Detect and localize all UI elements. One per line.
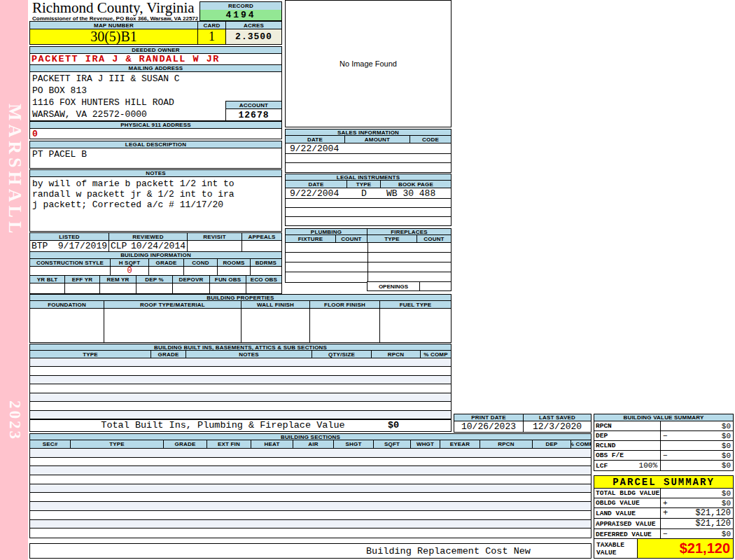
bvs-label: LCF <box>596 462 608 470</box>
fixture-header: FIXTURE <box>286 235 336 242</box>
dep-pct-header: DEP % <box>136 276 173 283</box>
bvs-value-cell: $0 <box>661 421 733 430</box>
listed-header: LISTED <box>30 233 109 240</box>
parcel-row-obldg: OBLDG VALUE +$0 <box>594 498 733 508</box>
bi-grade-header: GRADE <box>151 351 186 358</box>
bvs-row-lcf: LCF 100% $0 <box>594 461 733 470</box>
bvs-op: − <box>663 451 668 460</box>
sidebar-vendor-label: MARSHALL <box>4 104 25 237</box>
legal-description-value: PT PACEL B <box>29 148 282 169</box>
parcel-label: OBLDG VALUE <box>594 498 661 507</box>
li-date-value: 9/22/2004 <box>286 188 347 198</box>
extfin-header: EXT FIN <box>207 440 251 448</box>
construction-style-header: CONSTRUCTION STYLE <box>30 259 111 266</box>
table-row <box>286 253 451 262</box>
bs-rpcn-header: RPCN <box>480 440 533 448</box>
listed-value: BTP 9/17/2019 <box>30 241 109 251</box>
rooms-value <box>218 267 251 275</box>
print-date-value: 10/26/2023 <box>454 421 524 432</box>
legal-instruments-header-row: DATE TYPE BOOK PAGE <box>286 181 451 188</box>
reviewed-header: REVIEWED <box>109 233 188 240</box>
built-ins-header-row: TYPE GRADE NOTES QTY/SIZE RPCN % COMP <box>30 351 451 358</box>
table-row <box>286 217 451 225</box>
bs-comp-header: % COMP <box>571 440 591 448</box>
physical-address-value: 0 <box>29 128 282 139</box>
whgt-header: WHGT <box>411 440 440 448</box>
table-row <box>30 502 591 511</box>
sales-amount-value <box>345 144 410 153</box>
parcel-value-cell: $0 <box>661 489 733 498</box>
sidebar-year-label: 2023 <box>6 400 24 441</box>
building-sections-table: SEC# TYPE GRADE EXT FIN HEAT AIR SHGT SQ… <box>29 440 592 538</box>
built-ins-total-value: $0 <box>388 420 451 430</box>
parcel-value-cell: +$0 <box>661 498 733 507</box>
cond-header: COND <box>184 259 218 266</box>
parcel-value: $0 <box>722 499 731 507</box>
listed-initials: BTP <box>31 241 48 251</box>
mailing-line: PACKETT IRA J III & SUSAN C <box>32 73 281 85</box>
bs-dep-header: DEP <box>533 440 571 448</box>
bvs-row-rpcn: RPCN $0 <box>594 421 733 431</box>
bvs-value-cell: −$0 <box>661 431 733 440</box>
fuel-type-header: FUEL TYPE <box>380 301 451 308</box>
table-row <box>30 358 451 367</box>
plumbing-count-header: COUNT <box>336 235 368 242</box>
parcel-summary-header: PARCEL SUMMARY <box>594 475 734 489</box>
fireplace-count-header: COUNT <box>417 235 451 242</box>
notes-line: randall w packett jr & 1/2 int to ira <box>32 189 281 200</box>
deeded-owner-value: PACKETT IRA J & RANDALL W JR <box>29 53 282 65</box>
table-row <box>30 393 451 402</box>
bvs-row-obs: OBS F/E −$0 <box>594 451 733 461</box>
hsqft-header: H SQFT <box>111 259 149 266</box>
plumbing-fireplaces-header-row: FIXTURE COUNT TYPE COUNT <box>286 235 451 243</box>
bvs-value: $0 <box>722 422 731 430</box>
property-record-card: MARSHALL 2023 Richmond County, Virginia … <box>0 0 735 560</box>
appeals-header: APPEALS <box>242 233 281 240</box>
funobs-header: FUN OBS <box>210 276 246 283</box>
parcel-row-land: LAND VALUE +$21,120 <box>594 508 733 519</box>
acres-value: 2.3500 <box>225 29 282 45</box>
bvs-label: RCLND <box>594 441 661 450</box>
eyear-header: EYEAR <box>440 440 480 448</box>
openings-row: OPENINGS <box>367 281 451 291</box>
table-row <box>286 154 451 163</box>
bvs-value: $0 <box>722 432 731 440</box>
page-title: Richmond County, Virginia <box>32 1 199 15</box>
table-row <box>286 262 451 272</box>
hsqft-value: 0 <box>111 267 149 275</box>
table-row <box>286 199 451 208</box>
bvs-value: $0 <box>722 442 731 450</box>
table-row <box>30 402 451 411</box>
building-value-summary-table: RPCN $0 DEP −$0 RCLND $0 OBS F/E −$0 LCF… <box>594 421 734 471</box>
building-info-value-row1: 0 <box>30 267 281 276</box>
record-value: 4194 <box>200 10 282 21</box>
bdrms-value <box>251 267 281 275</box>
effyr-header: EFF YR <box>65 276 100 283</box>
table-row <box>30 384 451 393</box>
reviewed-initials: CLP <box>111 241 127 251</box>
grade-value <box>149 267 184 275</box>
parcel-value: $21,120 <box>696 519 731 528</box>
last-saved-value: 12/3/2020 <box>524 421 591 432</box>
sales-date-value: 9/22/2004 <box>286 144 345 153</box>
parcel-label: TOTAL BLDG VALUE <box>594 489 661 498</box>
building-info-value-row2 <box>30 284 281 293</box>
bvs-value: $0 <box>722 461 731 470</box>
table-row <box>30 466 591 475</box>
parcel-value-cell: $21,120 <box>661 519 733 528</box>
taxable-value-row: TAXABLE VALUE $21,120 <box>594 538 734 559</box>
floor-finish-header: FLOOR FINISH <box>310 301 380 308</box>
bi-qty-header: QTY/SIZE <box>312 351 372 358</box>
parcel-value-cell: −$0 <box>661 529 733 539</box>
bdrms-header: BDRMS <box>251 259 281 266</box>
bvs-value: $0 <box>722 451 731 460</box>
cond-value <box>184 267 218 275</box>
appeals-value <box>242 241 281 251</box>
review-value-row: BTP 9/17/2019 CLP 10/24/2014 <box>30 241 281 251</box>
taxable-label-line1: TAXABLE <box>596 541 624 549</box>
card-value: 1 <box>197 29 226 45</box>
sales-date-header: DATE <box>286 136 345 143</box>
building-sections-header-row: SEC# TYPE GRADE EXT FIN HEAT AIR SHGT SQ… <box>30 440 591 449</box>
table-row <box>30 511 591 520</box>
parcel-label: LAND VALUE <box>594 508 661 518</box>
